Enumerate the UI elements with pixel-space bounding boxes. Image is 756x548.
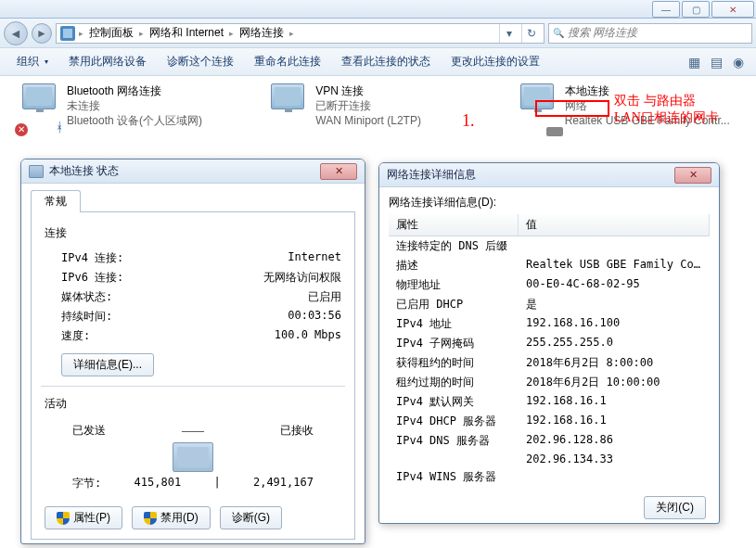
property-cell: 物理地址 <box>389 276 519 294</box>
dialog-titlebar: 网络连接详细信息 ✕ <box>379 163 719 187</box>
property-cell: IPv4 DNS 服务器 <box>389 432 519 450</box>
breadcrumb[interactable]: 网络和 Internet <box>147 25 225 41</box>
value-cell: 2018年6月2日 8:00:00 <box>519 354 710 372</box>
value-cell: 202.96.134.33 <box>519 452 710 466</box>
rename-button[interactable]: 重命名此连接 <box>245 50 330 73</box>
shield-icon <box>144 512 157 525</box>
address-bar-row: ◄ ► ▸ 控制面板 ▸ 网络和 Internet ▸ 网络连接 ▸ ▾ ↻ 搜… <box>0 19 756 48</box>
change-settings-button[interactable]: 更改此连接的设置 <box>442 50 549 73</box>
chevron-right-icon: ▸ <box>229 29 234 38</box>
dash-separator: —— <box>182 424 204 438</box>
value: Internet <box>288 250 341 266</box>
adapter-name: VPN 连接 <box>315 83 488 98</box>
dialog-close-button[interactable]: ✕ <box>674 167 711 184</box>
chevron-right-icon: ▸ <box>139 29 144 38</box>
chevron-right-icon: ▸ <box>289 29 294 38</box>
section-activity: 活动 <box>45 396 341 412</box>
adapter-bluetooth[interactable]: ✕ ᚼ Bluetooth 网络连接 未连接 Bluetooth 设备(个人区域… <box>19 83 239 129</box>
search-input[interactable]: 搜索 网络连接 <box>548 23 752 44</box>
bluetooth-icon: ᚼ <box>56 120 63 134</box>
address-dropdown-button[interactable]: ▾ <box>499 24 518 43</box>
adapter-vpn[interactable]: VPN 连接 已断开连接 WAN Miniport (L2TP) <box>267 83 488 129</box>
table-row[interactable]: IPv4 地址192.168.16.100 <box>389 314 710 334</box>
table-row[interactable]: IPv4 DNS 服务器202.96.128.86 <box>389 431 710 451</box>
property-cell: 连接特定的 DNS 后缀 <box>389 237 519 255</box>
organize-menu[interactable]: 组织 <box>7 50 58 73</box>
label: 媒体状态: <box>45 289 112 305</box>
label: 持续时间: <box>45 309 112 325</box>
property-cell: 已启用 DHCP <box>389 296 519 313</box>
adapter-device: WAN Miniport (L2TP) <box>315 113 488 128</box>
monitor-icon <box>271 83 304 109</box>
diagnose-button[interactable]: 诊断(G) <box>220 506 282 529</box>
minimize-button[interactable]: — <box>652 1 680 18</box>
tab-general[interactable]: 常规 <box>31 190 81 212</box>
breadcrumb[interactable]: 网络连接 <box>237 25 286 41</box>
table-row[interactable]: 物理地址00-E0-4C-68-02-95 <box>389 275 710 295</box>
close-button[interactable]: ✕ <box>711 1 754 18</box>
value: 无网络访问权限 <box>263 270 341 286</box>
window-titlebar: — ▢ ✕ <box>0 0 756 19</box>
received-label: 已接收 <box>280 423 314 439</box>
value-cell: 192.168.16.1 <box>519 393 710 411</box>
adapter-status: 网络 <box>565 98 737 113</box>
diagnose-button[interactable]: 诊断这个连接 <box>158 50 243 73</box>
value-cell: 202.96.128.86 <box>519 432 710 450</box>
disable-button[interactable]: 禁用(D) <box>132 506 211 529</box>
adapter-name: 本地连接 <box>565 83 737 98</box>
nav-forward-button[interactable]: ► <box>32 23 52 44</box>
status-dialog: 本地连接 状态 ✕ 常规 连接 IPv4 连接:Internet IPv6 连接… <box>20 159 365 544</box>
preview-pane-button[interactable]: ▤ <box>706 52 726 72</box>
help-button[interactable]: ◉ <box>728 52 749 72</box>
table-row[interactable]: 202.96.134.33 <box>389 451 710 467</box>
dialog-close-button[interactable]: ✕ <box>320 163 357 180</box>
maximize-button[interactable]: ▢ <box>682 1 710 18</box>
view-status-button[interactable]: 查看此连接的状态 <box>332 50 440 73</box>
property-cell: 描述 <box>389 257 519 274</box>
table-row[interactable]: 获得租约的时间2018年6月2日 8:00:00 <box>389 353 710 373</box>
refresh-button[interactable]: ↻ <box>521 24 540 43</box>
value-cell: 255.255.255.0 <box>519 335 710 352</box>
value-cell <box>519 237 710 255</box>
details-button[interactable]: 详细信息(E)... <box>61 353 154 376</box>
value-cell: 是 <box>519 296 710 313</box>
property-cell: IPv4 地址 <box>389 315 519 333</box>
table-row[interactable]: 描述Realtek USB GBE Family Control <box>389 256 710 275</box>
table-row[interactable]: 租约过期的时间2018年6月2日 10:00:00 <box>389 373 710 392</box>
table-row[interactable]: IPv4 默认网关192.168.16.1 <box>389 392 710 412</box>
property-cell: 租约过期的时间 <box>389 374 519 391</box>
column-property[interactable]: 属性 <box>389 214 519 236</box>
table-row[interactable]: IPv4 WINS 服务器 <box>389 467 710 487</box>
received-bytes: 2,491,167 <box>253 476 314 491</box>
command-toolbar: 组织 禁用此网络设备 诊断这个连接 重命名此连接 查看此连接的状态 更改此连接的… <box>0 48 756 76</box>
value-cell: 00-E0-4C-68-02-95 <box>519 276 710 294</box>
properties-button[interactable]: 属性(P) <box>45 506 122 529</box>
breadcrumb[interactable]: 控制面板 <box>87 25 135 41</box>
shield-icon <box>57 512 70 525</box>
monitor-icon <box>520 83 554 109</box>
table-row[interactable]: IPv4 DHCP 服务器192.168.16.1 <box>389 412 710 431</box>
view-icons-button[interactable]: ▦ <box>684 52 704 72</box>
details-dialog: 网络连接详细信息 ✕ 网络连接详细信息(D): 属性 值 连接特定的 DNS 后… <box>378 162 720 524</box>
property-cell: IPv4 子网掩码 <box>389 335 519 352</box>
chevron-right-icon: ▸ <box>79 29 83 38</box>
value: 00:03:56 <box>288 309 341 325</box>
activity-icon <box>173 442 213 472</box>
table-row[interactable]: 连接特定的 DNS 后缀 <box>389 236 710 256</box>
sent-label: 已发送 <box>72 423 106 439</box>
nav-back-button[interactable]: ◄ <box>4 21 28 45</box>
label: IPv6 连接: <box>45 270 123 286</box>
table-row[interactable]: IPv4 子网掩码255.255.255.0 <box>389 334 710 353</box>
adapter-lan[interactable]: 本地连接 网络 Realtek USB GBE Family Contr... <box>517 83 737 129</box>
table-row[interactable]: 已启用 DHCP是 <box>389 295 710 314</box>
value-cell: 192.168.16.1 <box>519 413 710 430</box>
bytes-label: 字节: <box>72 476 101 491</box>
column-value[interactable]: 值 <box>519 214 710 236</box>
address-bar[interactable]: ▸ 控制面板 ▸ 网络和 Internet ▸ 网络连接 ▸ ▾ ↻ <box>56 23 545 44</box>
property-cell: IPv4 DHCP 服务器 <box>389 413 519 430</box>
label: IPv4 连接: <box>45 250 123 266</box>
close-button[interactable]: 关闭(C) <box>644 496 706 519</box>
disable-device-button[interactable]: 禁用此网络设备 <box>59 50 156 73</box>
details-rows[interactable]: 连接特定的 DNS 后缀描述Realtek USB GBE Family Con… <box>389 236 710 487</box>
label: 速度: <box>45 328 90 344</box>
